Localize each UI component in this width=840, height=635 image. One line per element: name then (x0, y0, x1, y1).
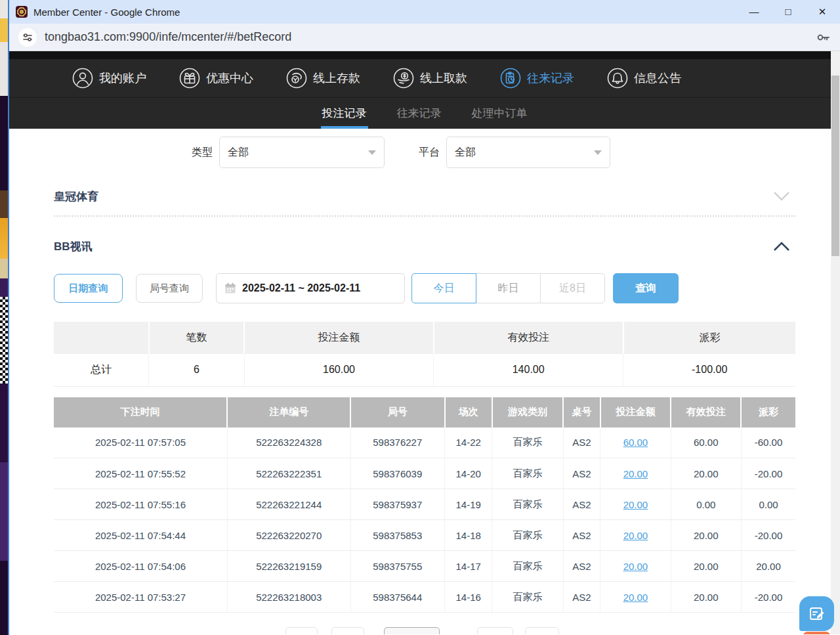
bet-amount-link[interactable]: 60.00 (623, 437, 648, 448)
bet-table-header-cell: 派彩 (741, 397, 795, 427)
site-settings-icon[interactable] (18, 28, 37, 47)
today-button[interactable]: 今日 (411, 273, 476, 303)
nav-item-1[interactable]: 优惠中心 (179, 68, 253, 89)
table-cell: 598375644 (350, 582, 445, 613)
chevron-down-icon[interactable] (773, 191, 790, 202)
bet-amount-link[interactable]: 20.00 (623, 499, 648, 510)
bet-table-header-cell: 局号 (350, 397, 445, 427)
withdraw-icon (393, 68, 414, 89)
summary-count: 6 (149, 354, 245, 386)
table-cell: 百家乐 (492, 582, 563, 613)
bb-video-title: BB视讯 (54, 239, 93, 254)
pagination-button[interactable] (331, 627, 364, 634)
nav-item-5[interactable]: 信息公告 (607, 68, 681, 89)
table-cell: AS2 (563, 458, 600, 489)
table-row: 2025-02-11 07:55:16522263221244598375937… (54, 489, 795, 520)
table-cell: 14-20 (445, 458, 492, 489)
nav-item-2[interactable]: 线上存款 (286, 68, 360, 89)
bet-amount-link[interactable]: 20.00 (623, 561, 648, 572)
date-range-input[interactable]: 2025-02-11 ~ 2025-02-11 (216, 273, 405, 303)
browser-window: Member Center - Google Chrome — □ ✕ tong… (8, 0, 840, 635)
desktop-fragment (0, 190, 8, 218)
minimize-button[interactable]: — (748, 0, 760, 24)
table-cell: 60.00 (671, 427, 741, 458)
table-cell: -20.00 (741, 520, 795, 551)
site-favicon-icon (16, 6, 28, 18)
url-text[interactable]: tongbao31.com:9900/infe/mcenter/#/betRec… (45, 30, 810, 44)
password-key-icon[interactable] (815, 30, 831, 45)
table-cell: 598375755 (350, 551, 445, 582)
table-cell: AS2 (563, 551, 600, 582)
yesterday-button[interactable]: 昨日 (476, 273, 541, 303)
last-8-days-button[interactable]: 近8日 (540, 273, 605, 303)
type-select[interactable]: 全部 (219, 137, 385, 168)
table-cell: 14-19 (445, 489, 492, 520)
bet-amount-link-cell[interactable]: 20.00 (600, 458, 671, 489)
table-cell: -20.00 (741, 582, 795, 613)
table-cell: 2025-02-11 07:54:44 (54, 520, 227, 551)
bet-amount-link-cell[interactable]: 20.00 (600, 489, 671, 520)
pagination-button[interactable] (285, 627, 318, 634)
summary-header-cell (54, 322, 149, 354)
nav-item-label: 信息公告 (634, 70, 681, 86)
table-row: 2025-02-11 07:57:05522263224328598376227… (54, 427, 795, 458)
bet-table-header-row: 下注时间注单编号局号场次游戏类别桌号投注金额有效投注派彩 (54, 397, 795, 427)
table-cell: 20.00 (741, 551, 795, 582)
date-query-button[interactable]: 日期查询 (54, 274, 123, 303)
table-cell: 百家乐 (492, 489, 563, 520)
nav-item-4[interactable]: 往来记录 (500, 68, 574, 89)
platform-filter-label: 平台 (419, 146, 440, 160)
tab-2[interactable]: 处理中订单 (472, 98, 528, 129)
bet-table-header-cell: 下注时间 (54, 397, 227, 427)
table-cell: AS2 (563, 582, 600, 613)
table-cell: AS2 (563, 427, 600, 458)
section-crown-sports[interactable]: 皇冠体育 (54, 177, 795, 217)
tab-0[interactable]: 投注记录 (322, 98, 367, 129)
round-query-button[interactable]: 局号查询 (136, 274, 203, 303)
pagination-button[interactable] (525, 627, 559, 634)
bet-amount-link[interactable]: 20.00 (623, 530, 648, 541)
bet-amount-link-cell[interactable]: 20.00 (600, 520, 671, 551)
desktop-fragment (0, 278, 8, 297)
secondary-fab-partial[interactable] (803, 632, 830, 634)
desktop-fragment (0, 462, 8, 561)
scrollbar-thumb[interactable] (831, 76, 839, 256)
desktop-fragment (0, 561, 8, 635)
nav-item-3[interactable]: 线上取款 (393, 68, 467, 89)
bet-table-header-cell: 有效投注 (671, 397, 741, 427)
maximize-button[interactable]: □ (782, 0, 794, 24)
table-cell: 14-17 (445, 551, 492, 582)
desktop-fragment (0, 18, 8, 42)
bet-amount-link-cell[interactable]: 60.00 (600, 427, 671, 458)
table-cell: 522263222351 (227, 458, 350, 489)
feedback-compose-fab[interactable] (799, 596, 834, 631)
close-button[interactable]: ✕ (816, 0, 828, 24)
bet-amount-link-cell[interactable]: 20.00 (600, 551, 671, 582)
section-bb-video[interactable]: BB视讯 (54, 230, 795, 263)
desktop-fragment (0, 259, 8, 278)
pagination-button[interactable] (477, 627, 513, 634)
chevron-down-icon (594, 150, 602, 155)
calendar-icon (224, 282, 236, 294)
summary-table: 笔数投注金额有效投注派彩 总计 6 160.00 140.00 -100.00 (54, 322, 795, 387)
table-cell: 598376039 (350, 458, 445, 489)
table-row: 2025-02-11 07:53:27522263218003598375644… (54, 582, 795, 613)
nav-item-0[interactable]: 我的账户 (72, 68, 146, 89)
tab-1[interactable]: 往来记录 (397, 98, 442, 129)
bet-amount-link-cell[interactable]: 20.00 (600, 582, 671, 613)
chevron-up-icon[interactable] (773, 241, 790, 252)
table-row: 2025-02-11 07:54:06522263219159598375755… (54, 551, 795, 582)
summary-total-label: 总计 (54, 354, 149, 386)
desktop-background-strip (0, 0, 8, 635)
platform-select[interactable]: 全部 (446, 137, 610, 168)
table-cell: 598375937 (350, 489, 445, 520)
date-range-value: 2025-02-11 ~ 2025-02-11 (242, 282, 360, 294)
search-button[interactable]: 查询 (613, 273, 679, 303)
bet-records-table: 下注时间注单编号局号场次游戏类别桌号投注金额有效投注派彩 2025-02-11 … (54, 397, 795, 613)
nav-item-label: 我的账户 (99, 70, 146, 86)
bet-amount-link[interactable]: 20.00 (623, 468, 648, 479)
bet-table-body: 2025-02-11 07:57:05522263224328598376227… (54, 427, 795, 613)
bet-amount-link[interactable]: 20.00 (623, 592, 648, 603)
pagination-button-active[interactable] (384, 627, 440, 634)
page-scrollbar[interactable] (831, 51, 840, 634)
